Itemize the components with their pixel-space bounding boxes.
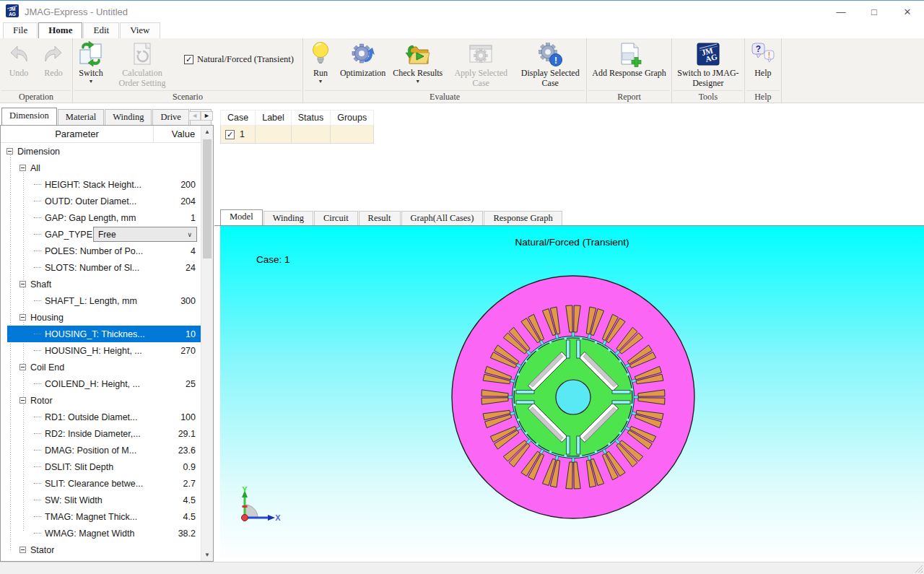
scrollbar-thumb[interactable] <box>203 139 212 258</box>
close-button[interactable]: ✕ <box>891 1 924 22</box>
tree-body: DimensionAllHEIGHT: Stack Height...200OU… <box>1 143 201 561</box>
tree-param-row[interactable]: WMAG: Magnet Width38.2 <box>1 525 201 542</box>
dropdown-arrow-icon[interactable]: ▼ <box>89 79 94 84</box>
ribbon-button-switch-to-jmag-designer[interactable]: JMAGSwitch to JMAG-Designer <box>674 40 743 89</box>
tree-group-row[interactable]: All <box>1 160 201 176</box>
tree-param-row[interactable]: SW: Slit Width4.5 <box>1 492 201 508</box>
menu-tab-edit[interactable]: Edit <box>83 22 119 38</box>
ribbon-button-check-results[interactable]: Check Results▼ <box>389 40 446 84</box>
gap-type-select[interactable]: Free∨ <box>93 227 197 242</box>
tree-param-row[interactable]: COILEND_H: Height, ...25 <box>1 375 201 392</box>
menu-tab-file[interactable]: File <box>3 22 38 38</box>
tree-group-row[interactable]: Rotor <box>1 392 201 409</box>
ribbon-button-redo[interactable]: Redo <box>36 40 71 79</box>
collapse-toggle-icon[interactable] <box>19 165 26 171</box>
minimize-button[interactable]: — <box>824 1 858 22</box>
dropdown-arrow-icon[interactable]: ▼ <box>415 79 420 84</box>
tree-param-row[interactable]: RD2: Inside Diameter,...29.1 <box>1 425 201 442</box>
case-groups-cell[interactable] <box>331 126 374 144</box>
window-controls: — □ ✕ <box>824 1 924 22</box>
tree-scrollbar[interactable]: ▲ ▼ <box>201 126 213 561</box>
tree-param-row[interactable]: TMAG: Magnet Thick...4.5 <box>1 508 201 525</box>
panel-tab-material[interactable]: Material <box>58 109 104 125</box>
tree-param-row[interactable]: DMAG: Position of M...23.6 <box>1 442 201 458</box>
tree-group-row[interactable]: Housing <box>1 309 201 326</box>
tree-group-row[interactable]: Shaft <box>1 276 201 292</box>
ribbon-button-help[interactable]: ?!Help <box>746 40 780 79</box>
tree-param-row[interactable]: GAP: Gap Length, mm1 <box>1 209 201 226</box>
tree-param-row[interactable]: SD1: Outside Diamet...204 <box>1 558 201 561</box>
collapse-toggle-icon[interactable] <box>19 314 26 321</box>
ribbon-button-display-selected-case[interactable]: !Display Selected Case <box>515 40 585 89</box>
collapse-toggle-icon[interactable] <box>19 281 26 287</box>
scroll-down-icon[interactable]: ▼ <box>201 549 213 561</box>
tree-param-row[interactable]: SLOTS: Number of Sl...24 <box>1 259 201 276</box>
tree-group-row[interactable]: Dimension <box>1 143 201 160</box>
resize-grip-icon[interactable] <box>914 564 923 573</box>
tree-param-row[interactable]: GAP_TYPE: Gap TypeFree∨ <box>1 226 201 243</box>
dropdown-arrow-icon[interactable]: ▼ <box>318 79 323 84</box>
svg-text:!: ! <box>768 51 770 59</box>
view-tab-result[interactable]: Result <box>359 211 401 225</box>
ribbon-button-run[interactable]: Run▼ <box>305 40 336 84</box>
table-row[interactable]: ✓1 <box>221 126 374 144</box>
window-gear-icon <box>467 40 494 68</box>
ribbon-button-calculation-order-setting[interactable]: Calculation Order Setting <box>108 40 177 89</box>
case-checkbox[interactable]: ✓ <box>225 130 235 139</box>
tree-param-row[interactable]: DSLIT: Slit Depth0.9 <box>1 458 201 475</box>
tree-group-row[interactable]: Coil End <box>1 359 201 375</box>
scroll-up-icon[interactable]: ▲ <box>201 126 213 138</box>
window-title: JMAG-Express - Untitled <box>25 6 128 17</box>
view-tab-model[interactable]: Model <box>220 209 263 225</box>
panel-tab-dimension[interactable]: Dimension <box>1 108 57 125</box>
tree-param-row[interactable]: POLES: Number of Po...4 <box>1 243 201 259</box>
ribbon-button-add-response-graph[interactable]: Add Response Graph <box>588 40 670 79</box>
tree-param-row[interactable]: SLIT: Clearance betwe...2.7 <box>1 475 201 492</box>
ribbon-button-switch[interactable]: Switch▼ <box>74 40 108 84</box>
panel-tab-winding[interactable]: Winding <box>105 109 152 125</box>
maximize-button[interactable]: □ <box>858 1 891 22</box>
motor-model-canvas[interactable] <box>220 226 924 562</box>
model-viewport[interactable]: Natural/Forced (Transient) Case: 1 Y X <box>220 226 924 561</box>
gear-blue-icon <box>349 40 377 68</box>
view-tab-winding[interactable]: Winding <box>263 211 313 225</box>
collapse-toggle-icon[interactable] <box>19 547 26 553</box>
motor-cross-section[interactable] <box>452 276 694 518</box>
tree-param-row[interactable]: HOUSING_H: Height, ...270 <box>1 342 201 359</box>
menu-tab-view[interactable]: View <box>120 22 160 38</box>
column-header-label[interactable]: Label <box>256 110 292 126</box>
tree-group-row[interactable]: Stator <box>1 542 201 558</box>
tree-guide-icon <box>34 466 41 467</box>
column-header-groups[interactable]: Groups <box>331 110 374 126</box>
checkbox-check-icon[interactable]: ✓ <box>184 55 193 64</box>
view-tab-circuit[interactable]: Circuit <box>314 211 358 225</box>
scenario-mode-checkbox[interactable]: ✓Natural/Forced (Transient) <box>184 54 294 65</box>
collapse-toggle-icon[interactable] <box>6 148 13 155</box>
column-header-status[interactable]: Status <box>291 110 330 126</box>
tree-guide-icon <box>34 217 41 218</box>
tree-param-row[interactable]: SHAFT_L: Length, mm300 <box>1 292 201 309</box>
case-status-cell[interactable] <box>291 126 330 144</box>
view-tab-graph-all-cases[interactable]: Graph(All Cases) <box>401 211 484 225</box>
panel-tab-drive[interactable]: Drive <box>152 109 188 125</box>
tab-scroll-right-icon[interactable]: ► <box>201 111 213 121</box>
ribbon-button-optimization[interactable]: Optimization <box>336 40 389 79</box>
tree-guide-icon <box>34 533 41 534</box>
axis-triad: Y X <box>230 486 284 531</box>
column-header-case[interactable]: Case <box>221 110 256 126</box>
tab-scroll-left-icon[interactable]: ◄ <box>188 111 201 121</box>
tree-guide-icon <box>34 383 41 384</box>
tree-param-row[interactable]: OUTD: Outer Diamet...204 <box>1 193 201 209</box>
collapse-toggle-icon[interactable] <box>19 364 26 370</box>
view-tab-response-graph[interactable]: Response Graph <box>484 211 562 225</box>
tree-param-row[interactable]: RD1: Outside Diamet...100 <box>1 409 201 425</box>
tree-guide-icon <box>34 267 41 268</box>
tree-param-row[interactable]: HEIGHT: Stack Height...200 <box>1 176 201 193</box>
ribbon-button-undo[interactable]: Undo <box>1 40 36 79</box>
ribbon-button-apply-selected-case[interactable]: Apply Selected Case <box>446 40 515 89</box>
case-label-cell[interactable] <box>256 126 292 144</box>
app-logo-icon: JMAG <box>6 4 19 19</box>
collapse-toggle-icon[interactable] <box>19 397 26 404</box>
menu-tab-home[interactable]: Home <box>38 22 82 38</box>
tree-param-row[interactable]: HOUSING_T: Thicknes...10 <box>1 326 201 342</box>
